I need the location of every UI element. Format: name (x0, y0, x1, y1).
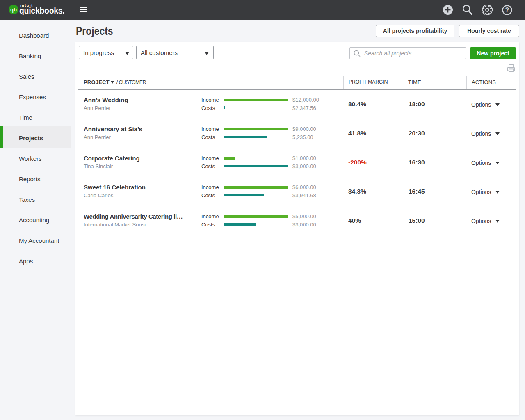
svg-text:qb: qb (10, 7, 17, 13)
svg-text:?: ? (505, 7, 509, 14)
